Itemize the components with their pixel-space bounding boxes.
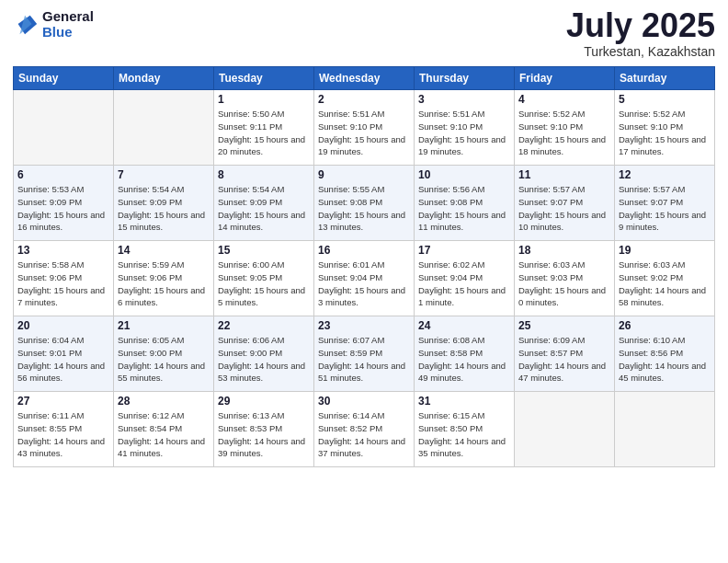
day-header-wednesday: Wednesday: [314, 67, 415, 90]
day-info: Sunrise: 6:10 AMSunset: 8:56 PMDaylight:…: [619, 334, 711, 385]
day-number: 2: [318, 93, 410, 106]
day-number: 4: [518, 93, 610, 106]
day-number: 27: [17, 395, 109, 408]
calendar-cell: 17Sunrise: 6:02 AMSunset: 9:04 PMDayligh…: [415, 241, 515, 316]
calendar-week-row: 20Sunrise: 6:04 AMSunset: 9:01 PMDayligh…: [14, 316, 715, 392]
calendar-cell: [14, 90, 114, 166]
day-info: Sunrise: 6:04 AMSunset: 9:01 PMDaylight:…: [17, 334, 109, 385]
day-info: Sunrise: 6:09 AMSunset: 8:57 PMDaylight:…: [518, 334, 610, 385]
calendar-cell: 31Sunrise: 6:15 AMSunset: 8:50 PMDayligh…: [415, 392, 515, 467]
calendar-cell: 2Sunrise: 5:51 AMSunset: 9:10 PMDaylight…: [314, 90, 415, 166]
day-number: 17: [418, 244, 510, 257]
day-number: 3: [418, 93, 510, 106]
day-number: 13: [17, 244, 109, 257]
day-info: Sunrise: 5:54 AMSunset: 9:09 PMDaylight:…: [118, 183, 210, 234]
calendar-cell: 11Sunrise: 5:57 AMSunset: 9:07 PMDayligh…: [515, 166, 615, 241]
day-number: 21: [118, 319, 210, 332]
title-block: July 2025 Turkestan, Kazakhstan: [566, 9, 715, 59]
day-number: 5: [619, 93, 711, 106]
day-info: Sunrise: 6:08 AMSunset: 8:58 PMDaylight:…: [418, 334, 510, 385]
day-info: Sunrise: 6:06 AMSunset: 9:00 PMDaylight:…: [218, 334, 310, 385]
day-info: Sunrise: 5:57 AMSunset: 9:07 PMDaylight:…: [619, 183, 711, 234]
day-header-saturday: Saturday: [615, 67, 715, 90]
day-number: 28: [118, 395, 210, 408]
day-info: Sunrise: 6:02 AMSunset: 9:04 PMDaylight:…: [418, 259, 510, 309]
calendar-cell: 10Sunrise: 5:56 AMSunset: 9:08 PMDayligh…: [415, 166, 515, 241]
day-info: Sunrise: 6:03 AMSunset: 9:02 PMDaylight:…: [619, 259, 711, 309]
day-number: 10: [418, 168, 510, 181]
calendar-cell: [615, 392, 715, 467]
calendar-cell: [515, 392, 615, 467]
day-info: Sunrise: 6:03 AMSunset: 9:03 PMDaylight:…: [518, 259, 610, 309]
day-number: 29: [218, 395, 310, 408]
day-number: 19: [619, 244, 711, 257]
calendar-cell: 26Sunrise: 6:10 AMSunset: 8:56 PMDayligh…: [615, 316, 715, 392]
location-subtitle: Turkestan, Kazakhstan: [566, 44, 715, 59]
day-header-monday: Monday: [114, 67, 214, 90]
day-number: 30: [318, 395, 410, 408]
day-info: Sunrise: 5:55 AMSunset: 9:08 PMDaylight:…: [318, 183, 410, 234]
calendar-week-row: 13Sunrise: 5:58 AMSunset: 9:06 PMDayligh…: [14, 241, 715, 316]
calendar-cell: 22Sunrise: 6:06 AMSunset: 9:00 PMDayligh…: [214, 316, 314, 392]
calendar-week-row: 1Sunrise: 5:50 AMSunset: 9:11 PMDaylight…: [14, 90, 715, 166]
day-info: Sunrise: 6:01 AMSunset: 9:04 PMDaylight:…: [318, 259, 410, 309]
calendar-header-row: SundayMondayTuesdayWednesdayThursdayFrid…: [14, 67, 715, 90]
day-number: 6: [17, 168, 109, 181]
day-header-tuesday: Tuesday: [214, 67, 314, 90]
calendar-cell: 7Sunrise: 5:54 AMSunset: 9:09 PMDaylight…: [114, 166, 214, 241]
logo-general: General: [42, 9, 94, 25]
day-info: Sunrise: 6:00 AMSunset: 9:05 PMDaylight:…: [218, 259, 310, 309]
calendar-cell: 25Sunrise: 6:09 AMSunset: 8:57 PMDayligh…: [515, 316, 615, 392]
header: General Blue July 2025 Turkestan, Kazakh…: [13, 9, 715, 59]
day-number: 24: [418, 319, 510, 332]
day-number: 31: [418, 395, 510, 408]
calendar-cell: 19Sunrise: 6:03 AMSunset: 9:02 PMDayligh…: [615, 241, 715, 316]
day-number: 25: [518, 319, 610, 332]
page: General Blue July 2025 Turkestan, Kazakh…: [0, 0, 728, 563]
calendar-cell: 6Sunrise: 5:53 AMSunset: 9:09 PMDaylight…: [14, 166, 114, 241]
logo-icon: [13, 12, 39, 38]
calendar-cell: 1Sunrise: 5:50 AMSunset: 9:11 PMDaylight…: [214, 90, 314, 166]
day-number: 20: [17, 319, 109, 332]
day-info: Sunrise: 6:05 AMSunset: 9:00 PMDaylight:…: [118, 334, 210, 385]
calendar-cell: 15Sunrise: 6:00 AMSunset: 9:05 PMDayligh…: [214, 241, 314, 316]
day-info: Sunrise: 5:53 AMSunset: 9:09 PMDaylight:…: [17, 183, 109, 234]
day-number: 8: [218, 168, 310, 181]
calendar-cell: 9Sunrise: 5:55 AMSunset: 9:08 PMDaylight…: [314, 166, 415, 241]
calendar-week-row: 27Sunrise: 6:11 AMSunset: 8:55 PMDayligh…: [14, 392, 715, 467]
calendar-cell: 18Sunrise: 6:03 AMSunset: 9:03 PMDayligh…: [515, 241, 615, 316]
day-info: Sunrise: 6:15 AMSunset: 8:50 PMDaylight:…: [418, 409, 510, 460]
day-number: 7: [118, 168, 210, 181]
calendar-table: SundayMondayTuesdayWednesdayThursdayFrid…: [13, 66, 715, 467]
day-number: 1: [218, 93, 310, 106]
calendar-cell: 29Sunrise: 6:13 AMSunset: 8:53 PMDayligh…: [214, 392, 314, 467]
day-info: Sunrise: 5:51 AMSunset: 9:10 PMDaylight:…: [418, 108, 510, 158]
day-number: 26: [619, 319, 711, 332]
calendar-cell: 30Sunrise: 6:14 AMSunset: 8:52 PMDayligh…: [314, 392, 415, 467]
day-number: 22: [218, 319, 310, 332]
day-info: Sunrise: 5:51 AMSunset: 9:10 PMDaylight:…: [318, 108, 410, 158]
day-info: Sunrise: 5:59 AMSunset: 9:06 PMDaylight:…: [118, 259, 210, 309]
day-info: Sunrise: 5:58 AMSunset: 9:06 PMDaylight:…: [17, 259, 109, 309]
day-number: 11: [518, 168, 610, 181]
calendar-week-row: 6Sunrise: 5:53 AMSunset: 9:09 PMDaylight…: [14, 166, 715, 241]
day-number: 14: [118, 244, 210, 257]
calendar-cell: 8Sunrise: 5:54 AMSunset: 9:09 PMDaylight…: [214, 166, 314, 241]
day-info: Sunrise: 6:13 AMSunset: 8:53 PMDaylight:…: [218, 409, 310, 460]
day-number: 9: [318, 168, 410, 181]
calendar-cell: 14Sunrise: 5:59 AMSunset: 9:06 PMDayligh…: [114, 241, 214, 316]
day-info: Sunrise: 6:14 AMSunset: 8:52 PMDaylight:…: [318, 409, 410, 460]
calendar-cell: 21Sunrise: 6:05 AMSunset: 9:00 PMDayligh…: [114, 316, 214, 392]
day-header-friday: Friday: [515, 67, 615, 90]
day-header-sunday: Sunday: [14, 67, 114, 90]
day-info: Sunrise: 5:57 AMSunset: 9:07 PMDaylight:…: [518, 183, 610, 234]
day-info: Sunrise: 5:56 AMSunset: 9:08 PMDaylight:…: [418, 183, 510, 234]
calendar-cell: 28Sunrise: 6:12 AMSunset: 8:54 PMDayligh…: [114, 392, 214, 467]
day-info: Sunrise: 5:54 AMSunset: 9:09 PMDaylight:…: [218, 183, 310, 234]
day-info: Sunrise: 5:52 AMSunset: 9:10 PMDaylight:…: [619, 108, 711, 158]
calendar-cell: 27Sunrise: 6:11 AMSunset: 8:55 PMDayligh…: [14, 392, 114, 467]
day-info: Sunrise: 5:50 AMSunset: 9:11 PMDaylight:…: [218, 108, 310, 158]
day-number: 23: [318, 319, 410, 332]
day-header-thursday: Thursday: [415, 67, 515, 90]
calendar-cell: 12Sunrise: 5:57 AMSunset: 9:07 PMDayligh…: [615, 166, 715, 241]
